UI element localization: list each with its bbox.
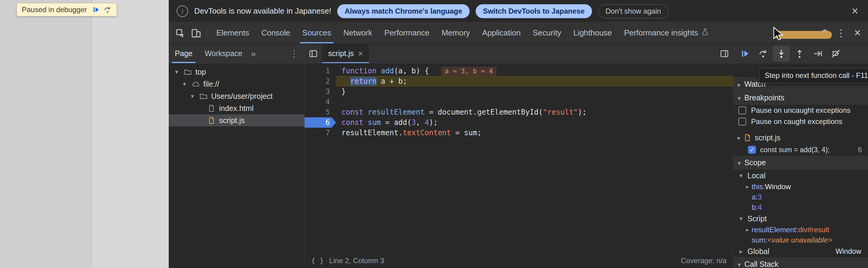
tab-lighthouse[interactable]: Lighthouse — [567, 23, 618, 43]
code-line-5: 5const resultElement = document.getEleme… — [305, 107, 733, 117]
infobar-close-icon[interactable]: × — [847, 4, 863, 18]
paused-banner: Paused in debugger — [17, 3, 117, 17]
tab-close-icon[interactable]: × — [358, 49, 363, 59]
pause-uncaught-label: Pause on uncaught exceptions — [751, 106, 850, 115]
scope-var-sum: sum: <value unavailable> — [734, 235, 868, 245]
screen: Paused in debugger DevTools is now avail… — [0, 0, 868, 268]
code-token: function — [341, 67, 377, 75]
more-menu-icon[interactable]: ⋮ — [833, 27, 848, 39]
chevron-down-icon — [738, 93, 741, 102]
code-token — [363, 118, 368, 127]
tab-workspace[interactable]: Workspace — [198, 44, 248, 63]
dont-show-again-button[interactable]: Don't show again — [598, 4, 669, 18]
pause-caught-checkbox[interactable] — [738, 118, 746, 125]
code-token: "result" — [543, 108, 578, 116]
step-into-button[interactable] — [773, 46, 790, 62]
toggle-debugger-sidebar-icon[interactable] — [716, 44, 733, 63]
gutter-line-5[interactable]: 5 — [305, 107, 336, 117]
tab-memory[interactable]: Memory — [435, 23, 476, 43]
tab-elements[interactable]: Elements — [210, 23, 255, 43]
step-button[interactable] — [809, 46, 826, 62]
breakpoint-checkbox[interactable] — [748, 146, 756, 154]
coverage-status: Coverage: n/a — [681, 257, 726, 265]
toggle-navigator-icon[interactable] — [305, 44, 322, 63]
always-match-language-button[interactable]: Always match Chrome's language — [337, 4, 470, 18]
code-token: , — [416, 118, 425, 127]
code-token: (a, b) { — [394, 67, 429, 75]
pause-uncaught-checkbox[interactable] — [738, 107, 746, 114]
tree-item-users-user-project[interactable]: ▾Users/user/project — [169, 90, 304, 102]
tab-page[interactable]: Page — [169, 44, 198, 63]
code-line-6: 6const sum = add(3, 4); — [305, 117, 733, 128]
code-token: = sum; — [451, 128, 482, 137]
gutter-line-6[interactable]: 6 — [305, 117, 336, 128]
step-over-button[interactable] — [755, 46, 772, 62]
breakpoint-file-group[interactable]: script.js — [734, 131, 868, 144]
gutter-line-1[interactable]: 1 — [305, 66, 336, 76]
gutter-line-4[interactable]: 4 — [305, 97, 336, 107]
pretty-print-icon[interactable]: { } — [311, 257, 324, 265]
tree-item-index.html[interactable]: index.html — [169, 102, 304, 114]
js-file-icon — [207, 116, 216, 125]
call-stack-section-header[interactable]: Call Stack — [734, 258, 868, 268]
tab-performance[interactable]: Performance — [378, 23, 436, 43]
tab-application[interactable]: Application — [476, 23, 527, 43]
code-token — [377, 67, 381, 75]
tree-item-top[interactable]: ▾top — [169, 66, 304, 78]
code-token: = document. — [425, 108, 477, 116]
scope-group-global[interactable]: ▸GlobalWindow — [734, 245, 868, 258]
scope-var-name: a — [752, 193, 755, 201]
resume-button[interactable] — [737, 46, 753, 62]
scope-var-this[interactable]: ▸this: Window — [734, 182, 868, 192]
code-token: add — [381, 67, 394, 75]
breakpoint-entry[interactable]: const sum = add(3, 4); 6 — [734, 144, 868, 156]
step-over-icon[interactable] — [103, 5, 112, 14]
scope-group-script[interactable]: ▾Script — [734, 212, 868, 225]
code-token: resultElement. — [341, 128, 403, 137]
scope-group-local[interactable]: ▾Local — [734, 170, 868, 182]
cloud-icon — [191, 80, 200, 89]
editor-statusbar: { } Line 2, Column 3 Coverage: n/a — [305, 253, 733, 268]
navigator-menu-icon[interactable]: ⋮ — [284, 48, 304, 59]
tree-item-file-[interactable]: ▾file:// — [169, 78, 304, 90]
switch-to-japanese-button[interactable]: Switch DevTools to Japanese — [476, 4, 592, 18]
tab-network[interactable]: Network — [337, 23, 378, 43]
code-token: getElementById — [477, 108, 538, 116]
resume-script-icon[interactable] — [92, 5, 100, 14]
scope-var-value: 3 — [758, 193, 762, 201]
tree-item-script.js[interactable]: script.js — [169, 114, 304, 126]
pause-uncaught-row[interactable]: Pause on uncaught exceptions — [734, 105, 868, 116]
tab-sources[interactable]: Sources — [296, 23, 337, 43]
code-line-1: 1function add(a, b) {a = 3, b = 4 — [305, 66, 733, 76]
tab-console[interactable]: Console — [255, 23, 296, 43]
tab-performance-insights[interactable]: Performance insights — [618, 23, 715, 43]
code-token: const — [341, 118, 363, 127]
scope-var-name: sum — [752, 236, 765, 244]
chevron-right-icon — [738, 80, 741, 89]
scope-var-value: Window — [765, 182, 791, 191]
step-out-button[interactable] — [791, 46, 808, 62]
cursor-position: Line 2, Column 3 — [329, 257, 384, 265]
scope-var-value: 4 — [758, 203, 762, 212]
gutter-line-3[interactable]: 3 — [305, 86, 336, 97]
call-stack-section-label: Call Stack — [744, 260, 779, 268]
scope-section-header[interactable]: Scope — [734, 156, 868, 170]
deactivate-breakpoints-button[interactable] — [828, 46, 844, 62]
breakpoints-section-header[interactable]: Breakpoints — [734, 91, 868, 105]
gutter-line-2[interactable]: 2 — [305, 76, 336, 86]
more-tabs-icon[interactable]: » — [248, 49, 258, 59]
tab-security[interactable]: Security — [527, 23, 567, 43]
inspect-icon[interactable] — [173, 25, 188, 41]
language-infobar: DevTools is now available in Japanese! A… — [169, 0, 868, 23]
code-editor[interactable]: 1function add(a, b) {a = 3, b = 42 retur… — [305, 63, 733, 253]
editor-tab-scriptjs[interactable]: script.js × — [322, 44, 369, 63]
gutter-line-7[interactable]: 7 — [305, 128, 336, 138]
chevron-down-icon — [738, 260, 741, 268]
pause-caught-row[interactable]: Pause on caught exceptions — [734, 116, 868, 127]
devtools-close-icon[interactable]: × — [850, 26, 865, 39]
chevron-down-icon: ▾ — [738, 172, 744, 179]
code-token: 4 — [425, 118, 429, 127]
device-toolbar-icon[interactable] — [188, 25, 204, 41]
scope-var-resultElement[interactable]: ▸resultElement: div#result — [734, 225, 868, 235]
chevron-down-icon — [738, 158, 741, 167]
